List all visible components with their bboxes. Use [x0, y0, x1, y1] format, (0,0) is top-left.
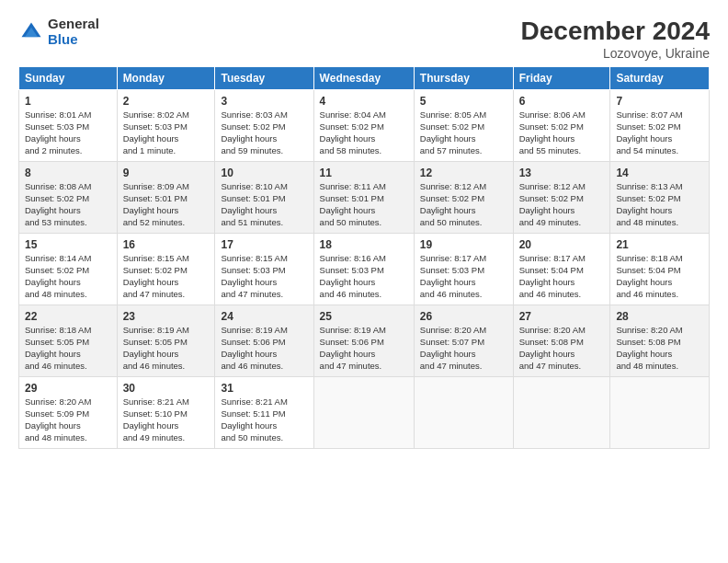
day-number: 13 — [519, 166, 605, 180]
calendar-cell — [513, 377, 610, 449]
calendar-cell: 15Sunrise: 8:14 AMSunset: 5:02 PMDayligh… — [19, 234, 118, 305]
day-number: 26 — [420, 309, 507, 324]
calendar-cell: 27Sunrise: 8:20 AMSunset: 5:08 PMDayligh… — [513, 305, 610, 377]
day-number: 16 — [123, 237, 210, 252]
calendar-cell: 14Sunrise: 8:13 AMSunset: 5:02 PMDayligh… — [610, 162, 710, 234]
logo-text: General Blue — [48, 17, 99, 47]
calendar-cell: 11Sunrise: 8:11 AMSunset: 5:01 PMDayligh… — [313, 162, 414, 234]
logo: General Blue — [18, 17, 99, 47]
col-saturday: Saturday — [610, 67, 710, 90]
logo-blue: Blue — [48, 31, 78, 47]
col-thursday: Thursday — [414, 67, 513, 90]
calendar-cell: 1Sunrise: 8:01 AMSunset: 5:03 PMDaylight… — [19, 90, 118, 162]
col-sunday: Sunday — [19, 67, 118, 90]
col-friday: Friday — [513, 67, 610, 90]
calendar-cell: 5Sunrise: 8:05 AMSunset: 5:02 PMDaylight… — [414, 90, 513, 162]
calendar-cell: 16Sunrise: 8:15 AMSunset: 5:02 PMDayligh… — [117, 234, 215, 305]
calendar-cell: 17Sunrise: 8:15 AMSunset: 5:03 PMDayligh… — [215, 234, 313, 305]
day-number: 11 — [320, 166, 408, 180]
calendar-cell: 6Sunrise: 8:06 AMSunset: 5:02 PMDaylight… — [513, 90, 610, 162]
day-number: 1 — [25, 94, 111, 109]
calendar-cell: 10Sunrise: 8:10 AMSunset: 5:01 PMDayligh… — [215, 162, 313, 234]
logo-general: General — [48, 16, 99, 31]
day-number: 28 — [616, 309, 703, 324]
day-number: 12 — [420, 166, 507, 180]
day-number: 31 — [221, 381, 307, 396]
calendar-header: Sunday Monday Tuesday Wednesday Thursday… — [19, 67, 710, 90]
calendar-cell: 20Sunrise: 8:17 AMSunset: 5:04 PMDayligh… — [513, 234, 610, 305]
day-number: 22 — [25, 309, 111, 324]
calendar-week-3: 22Sunrise: 8:18 AMSunset: 5:05 PMDayligh… — [19, 305, 710, 377]
col-monday: Monday — [117, 67, 215, 90]
calendar-cell: 28Sunrise: 8:20 AMSunset: 5:08 PMDayligh… — [610, 305, 710, 377]
day-number: 24 — [221, 309, 307, 324]
day-number: 27 — [519, 309, 605, 324]
day-number: 9 — [123, 166, 210, 180]
title-block: December 2024 Lozovoye, Ukraine — [521, 17, 710, 61]
day-number: 8 — [25, 166, 111, 180]
day-number: 7 — [616, 94, 703, 109]
day-number: 29 — [25, 381, 111, 396]
calendar-cell: 30Sunrise: 8:21 AMSunset: 5:10 PMDayligh… — [117, 377, 215, 449]
calendar-cell: 4Sunrise: 8:04 AMSunset: 5:02 PMDaylight… — [313, 90, 414, 162]
calendar-cell: 13Sunrise: 8:12 AMSunset: 5:02 PMDayligh… — [513, 162, 610, 234]
calendar-cell: 21Sunrise: 8:18 AMSunset: 5:04 PMDayligh… — [610, 234, 710, 305]
day-number: 17 — [221, 237, 307, 252]
day-number: 10 — [221, 166, 307, 180]
calendar-cell: 31Sunrise: 8:21 AMSunset: 5:11 PMDayligh… — [215, 377, 313, 449]
day-number: 14 — [616, 166, 703, 180]
calendar-title: December 2024 — [521, 17, 710, 46]
calendar-cell: 23Sunrise: 8:19 AMSunset: 5:05 PMDayligh… — [117, 305, 215, 377]
calendar-cell — [313, 377, 414, 449]
day-number: 3 — [221, 94, 307, 109]
calendar-week-2: 15Sunrise: 8:14 AMSunset: 5:02 PMDayligh… — [19, 234, 710, 305]
day-number: 25 — [320, 309, 408, 324]
day-number: 23 — [123, 309, 210, 324]
day-number: 19 — [420, 237, 507, 252]
day-number: 6 — [519, 94, 605, 109]
calendar-cell: 12Sunrise: 8:12 AMSunset: 5:02 PMDayligh… — [414, 162, 513, 234]
calendar-cell: 2Sunrise: 8:02 AMSunset: 5:03 PMDaylight… — [117, 90, 215, 162]
header-row: Sunday Monday Tuesday Wednesday Thursday… — [19, 67, 710, 90]
calendar-cell — [610, 377, 710, 449]
day-number: 15 — [25, 237, 111, 252]
calendar-cell: 9Sunrise: 8:09 AMSunset: 5:01 PMDaylight… — [117, 162, 215, 234]
calendar-week-4: 29Sunrise: 8:20 AMSunset: 5:09 PMDayligh… — [19, 377, 710, 449]
calendar-subtitle: Lozovoye, Ukraine — [521, 46, 710, 61]
day-number: 5 — [420, 94, 507, 109]
day-number: 18 — [320, 237, 408, 252]
col-wednesday: Wednesday — [313, 67, 414, 90]
calendar-cell: 25Sunrise: 8:19 AMSunset: 5:06 PMDayligh… — [313, 305, 414, 377]
day-number: 4 — [320, 94, 408, 109]
page: General Blue December 2024 Lozovoye, Ukr… — [0, 0, 728, 458]
calendar-cell: 22Sunrise: 8:18 AMSunset: 5:05 PMDayligh… — [19, 305, 118, 377]
calendar-cell: 26Sunrise: 8:20 AMSunset: 5:07 PMDayligh… — [414, 305, 513, 377]
calendar-week-0: 1Sunrise: 8:01 AMSunset: 5:03 PMDaylight… — [19, 90, 710, 162]
calendar-cell: 3Sunrise: 8:03 AMSunset: 5:02 PMDaylight… — [215, 90, 313, 162]
logo-icon — [18, 19, 44, 45]
calendar-table: Sunday Monday Tuesday Wednesday Thursday… — [18, 66, 710, 449]
calendar-cell: 8Sunrise: 8:08 AMSunset: 5:02 PMDaylight… — [19, 162, 118, 234]
calendar-cell: 24Sunrise: 8:19 AMSunset: 5:06 PMDayligh… — [215, 305, 313, 377]
calendar-cell: 29Sunrise: 8:20 AMSunset: 5:09 PMDayligh… — [19, 377, 118, 449]
col-tuesday: Tuesday — [215, 67, 313, 90]
day-number: 30 — [123, 381, 210, 396]
header: General Blue December 2024 Lozovoye, Ukr… — [18, 17, 710, 61]
calendar-cell: 18Sunrise: 8:16 AMSunset: 5:03 PMDayligh… — [313, 234, 414, 305]
calendar-cell: 19Sunrise: 8:17 AMSunset: 5:03 PMDayligh… — [414, 234, 513, 305]
day-number: 2 — [123, 94, 210, 109]
day-number: 21 — [616, 237, 703, 252]
day-number: 20 — [519, 237, 605, 252]
calendar-cell: 7Sunrise: 8:07 AMSunset: 5:02 PMDaylight… — [610, 90, 710, 162]
calendar-cell — [414, 377, 513, 449]
calendar-week-1: 8Sunrise: 8:08 AMSunset: 5:02 PMDaylight… — [19, 162, 710, 234]
calendar-body: 1Sunrise: 8:01 AMSunset: 5:03 PMDaylight… — [19, 90, 710, 449]
